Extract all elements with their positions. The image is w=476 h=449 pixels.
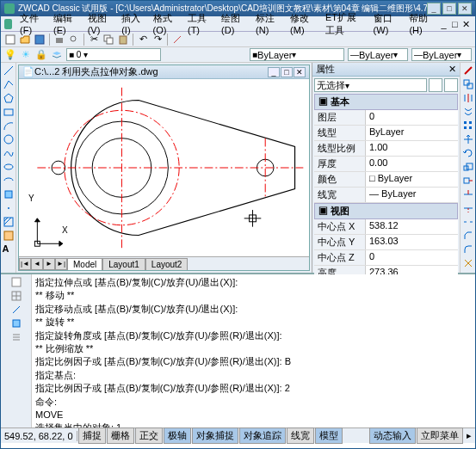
tab-first-button[interactable]: |◄ <box>19 258 31 270</box>
layers-icon[interactable] <box>51 49 63 61</box>
trim-icon[interactable] <box>462 188 474 200</box>
extend-icon[interactable] <box>462 202 474 214</box>
tab-layout1[interactable]: Layout1 <box>102 258 145 270</box>
explode-icon[interactable] <box>462 257 474 269</box>
chamfer-icon[interactable] <box>462 230 474 242</box>
status-lw[interactable]: 线宽 <box>287 427 314 444</box>
status-dyn[interactable]: 动态输入 <box>369 427 416 444</box>
status-ortho[interactable]: 正交 <box>135 427 163 444</box>
properties-close-icon[interactable]: ✕ <box>448 64 456 75</box>
color-combo[interactable]: ■ ByLayer ▾ <box>250 48 344 61</box>
status-model[interactable]: 模型 <box>315 427 343 444</box>
mirror-icon[interactable] <box>462 92 474 104</box>
linetype-combo[interactable]: — ByLayer ▾ <box>348 48 408 61</box>
prop-val-lw[interactable]: — ByLayer <box>366 188 458 202</box>
status-grid[interactable]: 栅格 <box>107 427 134 444</box>
prop-val-layer[interactable]: 0 <box>366 110 458 125</box>
menu-dim[interactable]: 标注(N) <box>251 11 284 36</box>
arc-icon[interactable] <box>3 120 15 132</box>
line-icon[interactable] <box>3 65 15 77</box>
doc-minimize-button[interactable]: _ <box>441 19 450 29</box>
break-icon[interactable] <box>462 216 474 228</box>
match-icon[interactable] <box>171 34 183 46</box>
menu-tools[interactable]: 工具(T) <box>183 11 215 36</box>
preview-icon[interactable] <box>68 34 80 46</box>
text-icon[interactable]: A <box>3 243 15 255</box>
prop-val-cz[interactable]: 0 <box>366 250 458 265</box>
spline-icon[interactable] <box>3 147 15 159</box>
cut-icon[interactable]: ✂ <box>88 34 100 46</box>
point-icon[interactable] <box>3 202 15 214</box>
scale-icon[interactable] <box>462 161 474 173</box>
sun-icon[interactable]: ☀ <box>20 49 32 61</box>
polygon-icon[interactable] <box>3 92 15 104</box>
erase-icon[interactable] <box>462 65 474 77</box>
tab-last-button[interactable]: ►| <box>55 258 67 270</box>
open-icon[interactable] <box>19 34 31 46</box>
tab-next-button[interactable]: ► <box>43 258 55 270</box>
move-icon[interactable] <box>462 133 474 145</box>
hatch-icon[interactable] <box>3 216 15 228</box>
region-icon[interactable] <box>3 230 15 242</box>
rect-icon[interactable] <box>3 106 15 118</box>
list-icon[interactable] <box>10 331 22 343</box>
ellarc-icon[interactable] <box>3 175 15 187</box>
status-arrow-icon[interactable]: ▸ <box>463 430 475 442</box>
tab-prev-button[interactable]: ◄ <box>31 258 43 270</box>
status-polar[interactable]: 极轴 <box>164 427 191 444</box>
doc-restore-button[interactable]: □ <box>452 19 461 29</box>
tab-layout2[interactable]: Layout2 <box>145 258 189 270</box>
command-window[interactable]: 指定拉伸点或 [基点(B)/复制(C)/放弃(U)/退出(X)]:** 移动 *… <box>32 274 475 427</box>
print-icon[interactable] <box>53 34 65 46</box>
copy-icon[interactable] <box>102 34 114 46</box>
save-icon[interactable] <box>34 34 46 46</box>
doc-min-button[interactable]: _ <box>268 67 280 77</box>
prop-val-color[interactable]: □ ByLayer <box>366 172 458 187</box>
tab-model[interactable]: Model <box>67 258 102 270</box>
status-snap[interactable]: 捕捉 <box>78 427 106 444</box>
dist-icon[interactable] <box>10 304 22 316</box>
layer-combo[interactable]: ■ 0 ▾ <box>66 48 161 61</box>
circle-icon[interactable] <box>3 133 15 145</box>
paste-icon[interactable] <box>117 34 129 46</box>
calc-icon[interactable] <box>10 276 22 288</box>
menu-modify[interactable]: 修改(M) <box>286 11 319 36</box>
stretch-icon[interactable] <box>462 175 474 187</box>
pickadd-icon[interactable] <box>444 78 458 92</box>
offset-icon[interactable] <box>462 106 474 118</box>
lineweight-combo[interactable]: — ByLayer ▾ <box>411 48 472 61</box>
undo-icon[interactable]: ↶ <box>137 34 149 46</box>
doc-close-button[interactable]: ✕ <box>294 67 306 77</box>
area-icon[interactable] <box>10 317 22 329</box>
grid-icon[interactable] <box>10 290 22 302</box>
menu-help[interactable]: 帮助(H) <box>405 11 437 36</box>
prop-group-view[interactable]: ▣ 视图 <box>314 203 458 219</box>
drawing-canvas[interactable]: X Y <box>19 79 309 256</box>
close-button[interactable]: ✕ <box>458 3 472 15</box>
copy2-icon[interactable] <box>462 78 474 90</box>
prop-val-cy[interactable]: 163.03 <box>366 235 458 249</box>
prop-val-thick[interactable]: 0.00 <box>366 157 458 171</box>
prop-val-ltype[interactable]: ByLayer <box>366 126 458 140</box>
maximize-button[interactable]: □ <box>442 3 456 15</box>
bulb-icon[interactable]: 💡 <box>4 49 16 61</box>
prop-val-cx[interactable]: 538.12 <box>366 219 458 234</box>
prop-val-ltscale[interactable]: 1.00 <box>366 141 458 156</box>
prop-group-basic[interactable]: ▣ 基本 <box>314 94 458 110</box>
status-osnap[interactable]: 对象捕捉 <box>192 427 238 444</box>
quickselect-icon[interactable] <box>429 78 442 92</box>
doc-max-button[interactable]: □ <box>281 67 293 77</box>
menu-ext[interactable]: ET扩展工具 <box>321 10 368 38</box>
fillet-icon[interactable] <box>462 243 474 255</box>
new-icon[interactable] <box>4 34 16 46</box>
status-otrack[interactable]: 对象追踪 <box>239 427 286 444</box>
array-icon[interactable] <box>462 120 474 132</box>
block-icon[interactable] <box>3 188 15 200</box>
ellipse-icon[interactable] <box>3 161 15 173</box>
status-inst[interactable]: 立即菜单 <box>417 427 463 444</box>
menu-window[interactable]: 窗口(W) <box>369 11 404 36</box>
pline-icon[interactable] <box>3 78 15 90</box>
selection-combo[interactable]: 无选择 ▾ <box>314 78 427 92</box>
rotate-icon[interactable] <box>462 147 474 159</box>
lock-icon[interactable]: 🔒 <box>35 49 47 61</box>
